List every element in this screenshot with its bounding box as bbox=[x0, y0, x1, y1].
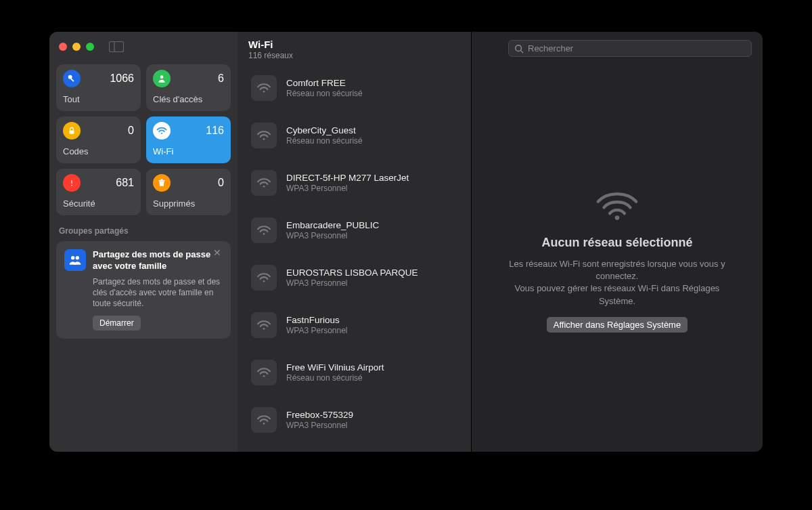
network-name: Comfort FREE bbox=[286, 78, 460, 88]
network-item[interactable]: DIRECT-5f-HP M277 LaserJetWPA3 Personnel bbox=[238, 165, 471, 201]
category-label: Tout bbox=[63, 94, 134, 104]
search-field[interactable] bbox=[508, 40, 752, 57]
wifi-icon bbox=[251, 217, 277, 243]
promo-body: Partagez des mots de passe avec votre fa… bbox=[93, 249, 223, 331]
category-label: Codes bbox=[63, 146, 134, 156]
network-body: Freebox-575329WPA3 Personnel bbox=[286, 410, 460, 430]
mid-header: Wi-Fi 116 réseaux bbox=[238, 32, 471, 67]
mid-subtitle: 116 réseaux bbox=[248, 51, 460, 60]
promo-start-button[interactable]: Démarrer bbox=[93, 316, 141, 331]
svg-point-15 bbox=[263, 186, 265, 188]
family-icon bbox=[64, 249, 86, 271]
passwords-app-window: 1066Tout6Clés d'accès0Codes116Wi-Fi681Sé… bbox=[49, 32, 763, 452]
network-item[interactable]: EUROSTARS LISBOA PARQUEWPA3 Personnel bbox=[238, 259, 471, 296]
svg-point-13 bbox=[263, 91, 265, 93]
category-security[interactable]: 681Sécurité bbox=[56, 169, 141, 215]
svg-point-12 bbox=[76, 256, 79, 259]
svg-point-21 bbox=[516, 45, 522, 51]
promo-close-button[interactable]: ✕ bbox=[213, 248, 224, 259]
svg-rect-9 bbox=[158, 180, 164, 181]
category-codes[interactable]: 0Codes bbox=[56, 116, 141, 163]
network-item[interactable]: Embarcadere_PUBLICWPA3 Personnel bbox=[238, 212, 471, 249]
network-name: Free WiFi Vilnius Airport bbox=[286, 362, 460, 373]
category-label: Wi-Fi bbox=[153, 146, 224, 156]
svg-point-23 bbox=[615, 215, 620, 220]
svg-point-16 bbox=[263, 233, 265, 235]
mid-title: Wi-Fi bbox=[248, 39, 460, 50]
search-input[interactable] bbox=[528, 43, 746, 54]
network-item[interactable]: Freebox-575329WPA3 Personnel bbox=[238, 402, 471, 438]
wifi-icon bbox=[251, 265, 277, 291]
svg-rect-7 bbox=[71, 180, 72, 184]
svg-point-17 bbox=[263, 280, 265, 282]
category-label: Clés d'accès bbox=[153, 94, 224, 104]
window-controls bbox=[59, 43, 94, 51]
network-name: EUROSTARS LISBOA PARQUE bbox=[286, 268, 460, 278]
category-label: Sécurité bbox=[63, 198, 134, 209]
category-wifi[interactable]: 116Wi-Fi bbox=[146, 116, 231, 163]
lock-icon bbox=[63, 122, 81, 140]
shared-groups-header: Groupes partagés bbox=[59, 226, 228, 236]
svg-point-11 bbox=[71, 256, 74, 259]
svg-rect-0 bbox=[110, 42, 124, 52]
network-security: WPA3 Personnel bbox=[286, 326, 460, 335]
network-body: Comfort FREERéseau non sécurisé bbox=[286, 78, 460, 98]
network-name: DIRECT-5f-HP M277 LaserJet bbox=[286, 173, 460, 183]
alert-icon bbox=[63, 174, 81, 192]
network-security: WPA3 Personnel bbox=[286, 421, 460, 430]
detail-pane: Aucun réseau sélectionné Les réseaux Wi-… bbox=[472, 32, 763, 452]
svg-point-8 bbox=[71, 185, 72, 186]
network-security: WPA3 Personnel bbox=[286, 231, 460, 240]
family-sharing-promo: Partagez des mots de passe avec votre fa… bbox=[56, 241, 231, 339]
detail-topbar bbox=[472, 32, 763, 65]
wifi-icon bbox=[251, 312, 277, 338]
wifi-icon bbox=[251, 360, 277, 385]
empty-line1: Les réseaux Wi-Fi sont enregistrés lorsq… bbox=[509, 259, 725, 281]
empty-title: Aucun réseau sélectionné bbox=[541, 236, 692, 250]
svg-rect-5 bbox=[70, 130, 74, 133]
zoom-window-button[interactable] bbox=[86, 43, 94, 51]
minimize-window-button[interactable] bbox=[72, 43, 81, 51]
trash-icon bbox=[153, 174, 171, 192]
network-list[interactable]: Comfort FREERéseau non sécuriséCyberCity… bbox=[238, 67, 471, 452]
svg-point-18 bbox=[263, 328, 265, 330]
network-name: FastnFurious bbox=[286, 315, 460, 325]
wifi-icon bbox=[251, 123, 277, 148]
sidebar-toggle-icon[interactable] bbox=[109, 41, 124, 52]
wifi-icon bbox=[251, 407, 277, 433]
svg-point-20 bbox=[263, 423, 265, 425]
network-list-column: Wi-Fi 116 réseaux Comfort FREERéseau non… bbox=[238, 32, 472, 452]
svg-rect-10 bbox=[160, 179, 163, 179]
category-count: 681 bbox=[116, 177, 134, 189]
network-security: WPA3 Personnel bbox=[286, 278, 460, 288]
svg-point-4 bbox=[160, 75, 164, 79]
wifi-icon bbox=[153, 122, 171, 140]
category-passkeys[interactable]: 6Clés d'accès bbox=[146, 64, 231, 111]
category-count: 116 bbox=[206, 125, 224, 137]
person-icon bbox=[153, 70, 171, 87]
category-grid: 1066Tout6Clés d'accès0Codes116Wi-Fi681Sé… bbox=[56, 64, 231, 215]
category-count: 0 bbox=[128, 125, 134, 137]
network-body: FastnFuriousWPA3 Personnel bbox=[286, 315, 460, 335]
wifi-large-icon bbox=[593, 187, 641, 222]
network-item[interactable]: CyberCity_GuestRéseau non sécurisé bbox=[238, 117, 471, 154]
network-name: CyberCity_Guest bbox=[286, 125, 460, 135]
network-name: Freebox-575329 bbox=[286, 410, 460, 420]
svg-rect-3 bbox=[70, 78, 74, 81]
close-window-button[interactable] bbox=[59, 43, 67, 51]
network-item[interactable]: Free WiFi Vilnius AirportRéseau non sécu… bbox=[238, 354, 471, 391]
network-body: CyberCity_GuestRéseau non sécurisé bbox=[286, 125, 460, 146]
category-count: 6 bbox=[218, 72, 224, 85]
search-icon bbox=[514, 44, 524, 54]
network-item[interactable]: FastnFuriousWPA3 Personnel bbox=[238, 307, 471, 343]
network-security: Réseau non sécurisé bbox=[286, 373, 460, 383]
category-label: Supprimés bbox=[153, 198, 224, 209]
category-count: 0 bbox=[218, 177, 224, 189]
open-system-settings-button[interactable]: Afficher dans Réglages Système bbox=[547, 317, 687, 333]
network-item[interactable]: Comfort FREERéseau non sécurisé bbox=[238, 70, 471, 106]
wifi-icon bbox=[251, 170, 277, 196]
network-security: WPA3 Personnel bbox=[286, 184, 460, 193]
network-name: Embarcadere_PUBLIC bbox=[286, 220, 460, 230]
category-deleted[interactable]: 0Supprimés bbox=[146, 169, 231, 215]
category-all[interactable]: 1066Tout bbox=[56, 64, 141, 111]
